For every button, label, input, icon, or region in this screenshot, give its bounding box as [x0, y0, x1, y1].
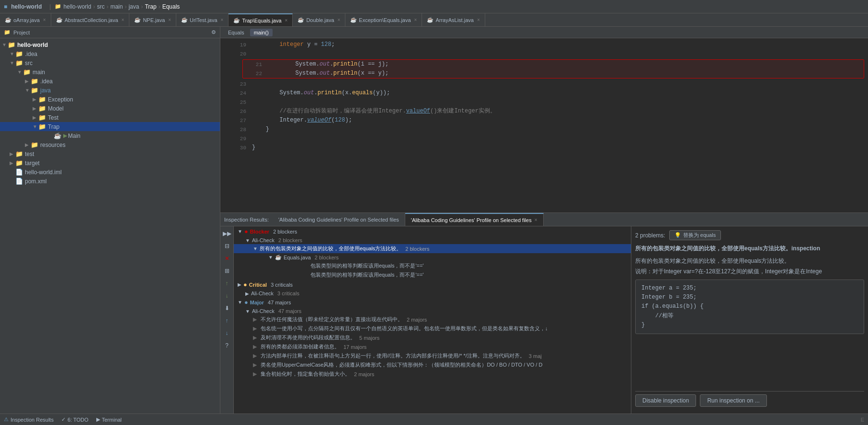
tree-exception[interactable]: ▶ 📁 Exception [0, 95, 220, 104]
breadcrumb-part4[interactable]: java [128, 3, 139, 10]
main-folder-icon: 📁 [23, 68, 31, 76]
code-editor[interactable]: 19 integer y = 128; 20 21 System.out.pri… [220, 38, 868, 212]
tab-TrapEquals[interactable]: ☕ Trap\Equals.java × [228, 13, 293, 26]
method-tab-main[interactable]: main() [250, 29, 273, 36]
java-icon: ☕ [350, 17, 357, 23]
tab-close-NPE[interactable]: × [168, 17, 171, 22]
fix-button[interactable]: 💡 替换为 equals [669, 230, 721, 240]
tab-close-UrlTest[interactable]: × [221, 17, 224, 22]
tree-src-label: src [25, 60, 33, 67]
tree-test-folder[interactable]: ▶ 📁 Test [0, 113, 220, 122]
blocker-rule-selected[interactable]: ▼ 所有的包装类对象之间值的比较，全部使用equals方法比较。 2 block… [234, 244, 631, 253]
equals-file-item[interactable]: ▼ ☕ Equals.java 2 blockers [268, 253, 631, 261]
tree-main-java[interactable]: ☕ ▶ Main [0, 131, 220, 140]
tab-close-oArray[interactable]: × [43, 17, 46, 22]
major-item-1[interactable]: ▶ 不允许任何魔法值（即未经定义的常量）直接出现在代码中。 2 majors [249, 315, 631, 324]
tab-Double[interactable]: ☕ Double.java × [293, 13, 345, 26]
inspection-detail: 2 problems: 💡 替换为 equals 所有的包装类对象之间值的比较，… [631, 226, 868, 414]
tab-close-ArrayAsList[interactable]: × [477, 17, 480, 22]
down-btn[interactable]: ↓ [222, 291, 232, 301]
collapse-btn[interactable]: ⊟ [222, 241, 232, 251]
group-major[interactable]: ▼ ● Major 47 majors ▼ Ali-Check 47 major… [234, 297, 631, 379]
problems-header: 2 problems: 💡 替换为 equals [635, 230, 864, 240]
breadcrumb-part6[interactable]: Equals [162, 3, 180, 10]
run-inspection-btn[interactable]: Run inspection on ... [700, 394, 766, 407]
breadcrumb-part2[interactable]: src [97, 3, 104, 10]
filter-btn[interactable]: ⊞ [222, 266, 232, 276]
settings-icon[interactable]: ⚙ [211, 29, 216, 35]
help-btn[interactable]: ? [222, 340, 232, 351]
status-todo[interactable]: ✓ 6: TODO [61, 416, 89, 423]
inspection-tab-bar: Inspection Results: 'Alibaba Coding Guid… [220, 213, 868, 226]
blocker-leaf-1[interactable]: 包装类型间的相等判断应该用equals，而不是'==' [310, 261, 631, 270]
group-critical[interactable]: ▶ ● Critical 3 criticals ▶ Ali-Check 3 c… [234, 280, 631, 297]
major-item-6[interactable]: ▶ 类名使用UpperCamelCase风格，必须遵从驼峰形式，但以下情形例外：… [249, 360, 631, 369]
expand-all-btn[interactable]: ▶▶ [222, 228, 232, 239]
blocker-header[interactable]: ▼ ● Blocker 2 blockers [234, 226, 631, 236]
tree-test[interactable]: ▶ 📁 test [0, 149, 220, 158]
blocker-leaf-2[interactable]: 包装类型间的相等判断应该用equals，而不是'==' [310, 270, 631, 280]
up-btn[interactable]: ↑ [222, 278, 232, 289]
tab-close-Double[interactable]: × [338, 17, 341, 22]
exception-folder-icon: 📁 [38, 96, 46, 103]
tab-Exception[interactable]: ☕ Exception\Equals.java × [345, 13, 422, 26]
ali-check-critical[interactable]: ▶ Ali-Check 3 criticals [234, 290, 631, 297]
ali-check-blocker[interactable]: ▼ Ali-Check 2 blockers [234, 236, 631, 244]
method-tab-equals[interactable]: Equals [224, 29, 248, 36]
breadcrumb-part1[interactable]: hello-world [63, 3, 91, 10]
tree-exception-label: Exception [48, 96, 73, 103]
inspection-tab2[interactable]: 'Alibaba Coding Guidelines' Profile on S… [405, 213, 544, 226]
ali-check-major[interactable]: ▼ Ali-Check 47 majors [234, 307, 631, 315]
breadcrumb-part5[interactable]: Trap [145, 3, 156, 10]
status-inspection-results[interactable]: ⚠ Inspection Results [4, 416, 54, 423]
major-item-2[interactable]: ▶ 包名统一使用小写，点分隔符之间有且仅有一个自然语义的英语单词。包名统一使用单… [249, 324, 631, 333]
major-item-7[interactable]: ▶ 集合初始化时，指定集合初始值大小。 2 majors [249, 369, 631, 379]
status-terminal[interactable]: ▶ Terminal [96, 416, 122, 423]
critical-header[interactable]: ▶ ● Critical 3 criticals [234, 280, 631, 290]
tree-iml[interactable]: 📄 hello-world.iml [0, 168, 220, 177]
tab-UrlTest[interactable]: ☕ UrlTest.java × [176, 13, 228, 26]
major-item-4[interactable]: ▶ 所有的类都必须添加创建者信息。 17 majors [249, 342, 631, 351]
main-content: 📁 Project ⚙ ▼ 📁 hello-world ▼ 📁 .idea [0, 27, 868, 414]
up2-btn[interactable]: ↑ [222, 315, 232, 326]
equals-file-group: ▼ ☕ Equals.java 2 blockers 包装类型间的相等判断应该用… [234, 253, 631, 280]
down2-btn[interactable]: ↓ [222, 328, 232, 338]
export-btn[interactable]: ⬇ [222, 303, 232, 313]
close-btn[interactable]: ✕ [222, 253, 232, 264]
tree-resources[interactable]: ▶ 📁 resources [0, 140, 220, 149]
breadcrumb-part3[interactable]: main [110, 3, 123, 10]
test2-folder-icon: 📁 [15, 150, 23, 157]
tree-model-label: Model [48, 105, 64, 112]
tab-AbstractCollection[interactable]: ☕ AbstractCollection.java × [51, 13, 130, 26]
major-item-3[interactable]: ▶ 及时清理不再使用的代码段或配置信息。 5 majors [249, 333, 631, 342]
tab-close-Exception[interactable]: × [414, 17, 417, 22]
tree-src[interactable]: ▼ 📁 src [0, 58, 220, 67]
tab-close-AbstractCollection[interactable]: × [122, 17, 125, 22]
major-item-5[interactable]: ▶ 方法内部单行注释，在被注释语句上方另起一行，使用//注释。方法内部多行注释使… [249, 351, 631, 360]
tree-main[interactable]: ▼ 📁 main [0, 67, 220, 77]
inspection-tab1[interactable]: 'Alibaba Coding Guidelines' Profile on S… [273, 213, 405, 226]
tree-main-idea[interactable]: ▶ 📁 .idea [0, 77, 220, 86]
status-bar: ⚠ Inspection Results ✓ 6: TODO ▶ Termina… [0, 414, 868, 425]
sidebar: 📁 Project ⚙ ▼ 📁 hello-world ▼ 📁 .idea [0, 27, 220, 414]
tab-close-TrapEquals[interactable]: × [285, 18, 288, 23]
tree-idea-label: .idea [25, 51, 37, 57]
tree-idea[interactable]: ▼ 📁 .idea [0, 49, 220, 58]
group-blocker[interactable]: ▼ ● Blocker 2 blockers ▼ Ali-Check 2 blo… [234, 226, 631, 280]
tree-trap[interactable]: ▼ 📁 Trap [0, 122, 220, 131]
disable-inspection-btn[interactable]: Disable inspection [635, 394, 696, 407]
terminal-icon: ▶ [96, 416, 100, 423]
tree-model[interactable]: ▶ 📁 Model [0, 104, 220, 113]
tree-java[interactable]: ▼ 📁 java [0, 86, 220, 95]
tree-root[interactable]: ▼ 📁 hello-world [0, 40, 220, 49]
tree-pom[interactable]: 📄 pom.xml [0, 177, 220, 186]
tab-ArrayAsList[interactable]: ☕ ArrayAsList.java × [422, 13, 485, 26]
tab-NPE[interactable]: ☕ NPE.java × [129, 13, 176, 26]
tab2-close[interactable]: × [535, 217, 537, 223]
model-folder-icon: 📁 [38, 105, 46, 112]
tab-oArray[interactable]: ☕ oArray.java × [0, 13, 51, 26]
java-file-icon: ☕ [275, 254, 282, 260]
tree-target[interactable]: ▶ 📁 target [0, 158, 220, 168]
bottom-panel: Inspection Results: 'Alibaba Coding Guid… [220, 212, 868, 414]
major-header[interactable]: ▼ ● Major 47 majors [234, 297, 631, 307]
